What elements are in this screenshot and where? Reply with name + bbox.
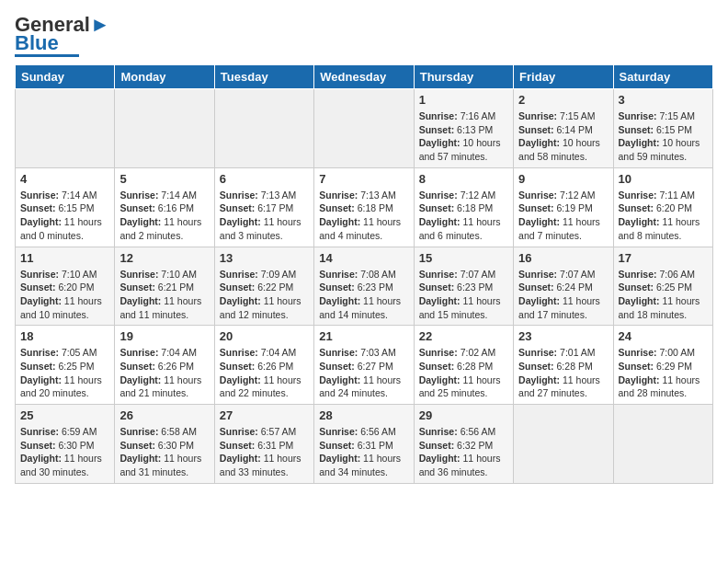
cell-content: Sunrise: 7:05 AMSunset: 6:25 PMDaylight:… xyxy=(20,346,109,400)
calendar-cell xyxy=(214,89,313,168)
day-number: 22 xyxy=(419,329,508,343)
logo-blue: ► xyxy=(90,13,110,36)
calendar-cell: 21Sunrise: 7:03 AMSunset: 6:27 PMDayligh… xyxy=(314,326,414,405)
calendar-cell: 16Sunrise: 7:07 AMSunset: 6:24 PMDayligh… xyxy=(514,247,613,326)
cell-content: Sunrise: 7:15 AMSunset: 6:14 PMDaylight:… xyxy=(518,109,608,164)
logo-line xyxy=(15,54,79,57)
day-number: 12 xyxy=(119,251,209,265)
day-number: 27 xyxy=(220,408,309,422)
calendar-cell: 5Sunrise: 7:14 AMSunset: 6:16 PMDaylight… xyxy=(115,167,214,247)
day-header-saturday: Saturday xyxy=(613,65,712,89)
cell-content: Sunrise: 7:12 AMSunset: 6:18 PMDaylight:… xyxy=(419,189,508,243)
day-number: 9 xyxy=(518,172,608,186)
logo: General► Blue xyxy=(15,15,110,57)
day-header-wednesday: Wednesday xyxy=(314,65,414,89)
day-number: 13 xyxy=(220,251,309,265)
day-number: 28 xyxy=(319,408,408,422)
day-number: 3 xyxy=(619,93,708,107)
cell-content: Sunrise: 7:06 AMSunset: 6:25 PMDaylight:… xyxy=(619,268,708,322)
calendar-cell xyxy=(115,89,214,168)
cell-content: Sunrise: 7:00 AMSunset: 6:29 PMDaylight:… xyxy=(619,346,708,400)
calendar-week-row: 11Sunrise: 7:10 AMSunset: 6:20 PMDayligh… xyxy=(16,247,713,326)
calendar-cell: 23Sunrise: 7:01 AMSunset: 6:28 PMDayligh… xyxy=(514,326,613,405)
day-number: 6 xyxy=(220,172,309,186)
day-number: 7 xyxy=(319,172,408,186)
day-number: 11 xyxy=(20,251,109,265)
calendar-cell: 11Sunrise: 7:10 AMSunset: 6:20 PMDayligh… xyxy=(16,247,115,326)
page-header: General► Blue xyxy=(15,15,713,57)
day-number: 5 xyxy=(119,172,209,186)
calendar-cell xyxy=(514,405,613,484)
calendar-cell: 3Sunrise: 7:15 AMSunset: 6:15 PMDaylight… xyxy=(613,89,712,168)
day-number: 21 xyxy=(319,329,408,343)
day-header-thursday: Thursday xyxy=(414,65,513,89)
calendar-cell: 2Sunrise: 7:15 AMSunset: 6:14 PMDaylight… xyxy=(514,89,613,168)
day-number: 19 xyxy=(119,329,209,343)
calendar-week-row: 1Sunrise: 7:16 AMSunset: 6:13 PMDaylight… xyxy=(16,89,713,168)
calendar-cell: 19Sunrise: 7:04 AMSunset: 6:26 PMDayligh… xyxy=(115,326,214,405)
calendar-table: SundayMondayTuesdayWednesdayThursdayFrid… xyxy=(15,64,713,484)
calendar-cell: 7Sunrise: 7:13 AMSunset: 6:18 PMDaylight… xyxy=(314,167,414,247)
calendar-cell: 8Sunrise: 7:12 AMSunset: 6:18 PMDaylight… xyxy=(414,167,513,247)
calendar-cell: 27Sunrise: 6:57 AMSunset: 6:31 PMDayligh… xyxy=(214,405,313,484)
calendar-cell: 13Sunrise: 7:09 AMSunset: 6:22 PMDayligh… xyxy=(214,247,313,326)
cell-content: Sunrise: 6:56 AMSunset: 6:32 PMDaylight:… xyxy=(419,425,508,479)
calendar-cell: 15Sunrise: 7:07 AMSunset: 6:23 PMDayligh… xyxy=(414,247,513,326)
cell-content: Sunrise: 6:59 AMSunset: 6:30 PMDaylight:… xyxy=(20,425,109,479)
day-number: 25 xyxy=(20,408,109,422)
day-header-tuesday: Tuesday xyxy=(214,65,313,89)
cell-content: Sunrise: 7:07 AMSunset: 6:23 PMDaylight:… xyxy=(419,268,508,322)
cell-content: Sunrise: 7:10 AMSunset: 6:20 PMDaylight:… xyxy=(20,268,109,322)
day-number: 1 xyxy=(419,93,508,107)
day-header-sunday: Sunday xyxy=(16,65,115,89)
calendar-cell: 6Sunrise: 7:13 AMSunset: 6:17 PMDaylight… xyxy=(214,167,313,247)
day-header-monday: Monday xyxy=(115,65,214,89)
calendar-cell: 22Sunrise: 7:02 AMSunset: 6:28 PMDayligh… xyxy=(414,326,513,405)
cell-content: Sunrise: 7:12 AMSunset: 6:19 PMDaylight:… xyxy=(518,189,608,243)
cell-content: Sunrise: 7:13 AMSunset: 6:17 PMDaylight:… xyxy=(220,189,309,243)
day-number: 15 xyxy=(419,251,508,265)
calendar-cell: 12Sunrise: 7:10 AMSunset: 6:21 PMDayligh… xyxy=(115,247,214,326)
day-number: 20 xyxy=(220,329,309,343)
cell-content: Sunrise: 7:11 AMSunset: 6:20 PMDaylight:… xyxy=(619,189,708,243)
calendar-cell: 26Sunrise: 6:58 AMSunset: 6:30 PMDayligh… xyxy=(115,405,214,484)
day-number: 18 xyxy=(20,329,109,343)
cell-content: Sunrise: 7:04 AMSunset: 6:26 PMDaylight:… xyxy=(119,346,209,400)
cell-content: Sunrise: 7:15 AMSunset: 6:15 PMDaylight:… xyxy=(619,109,708,164)
cell-content: Sunrise: 6:57 AMSunset: 6:31 PMDaylight:… xyxy=(220,425,309,479)
day-number: 2 xyxy=(518,93,608,107)
cell-content: Sunrise: 7:01 AMSunset: 6:28 PMDaylight:… xyxy=(518,346,608,400)
cell-content: Sunrise: 7:16 AMSunset: 6:13 PMDaylight:… xyxy=(419,109,508,164)
calendar-cell: 10Sunrise: 7:11 AMSunset: 6:20 PMDayligh… xyxy=(613,167,712,247)
day-number: 26 xyxy=(119,408,209,422)
calendar-cell: 28Sunrise: 6:56 AMSunset: 6:31 PMDayligh… xyxy=(314,405,414,484)
cell-content: Sunrise: 6:58 AMSunset: 6:30 PMDaylight:… xyxy=(119,425,209,479)
calendar-week-row: 4Sunrise: 7:14 AMSunset: 6:15 PMDaylight… xyxy=(16,167,713,247)
cell-content: Sunrise: 7:13 AMSunset: 6:18 PMDaylight:… xyxy=(319,189,408,243)
calendar-header-row: SundayMondayTuesdayWednesdayThursdayFrid… xyxy=(16,65,713,89)
day-number: 4 xyxy=(20,172,109,186)
cell-content: Sunrise: 7:09 AMSunset: 6:22 PMDaylight:… xyxy=(220,268,309,322)
day-number: 17 xyxy=(619,251,708,265)
day-number: 8 xyxy=(419,172,508,186)
calendar-cell xyxy=(16,89,115,168)
day-number: 29 xyxy=(419,408,508,422)
cell-content: Sunrise: 7:02 AMSunset: 6:28 PMDaylight:… xyxy=(419,346,508,400)
calendar-cell: 1Sunrise: 7:16 AMSunset: 6:13 PMDaylight… xyxy=(414,89,513,168)
cell-content: Sunrise: 7:03 AMSunset: 6:27 PMDaylight:… xyxy=(319,346,408,400)
calendar-week-row: 25Sunrise: 6:59 AMSunset: 6:30 PMDayligh… xyxy=(16,405,713,484)
cell-content: Sunrise: 7:14 AMSunset: 6:16 PMDaylight:… xyxy=(119,189,209,243)
cell-content: Sunrise: 6:56 AMSunset: 6:31 PMDaylight:… xyxy=(319,425,408,479)
day-header-friday: Friday xyxy=(514,65,613,89)
day-number: 10 xyxy=(619,172,708,186)
calendar-cell: 29Sunrise: 6:56 AMSunset: 6:32 PMDayligh… xyxy=(414,405,513,484)
day-number: 16 xyxy=(518,251,608,265)
calendar-cell: 20Sunrise: 7:04 AMSunset: 6:26 PMDayligh… xyxy=(214,326,313,405)
calendar-cell: 18Sunrise: 7:05 AMSunset: 6:25 PMDayligh… xyxy=(16,326,115,405)
day-number: 14 xyxy=(319,251,408,265)
cell-content: Sunrise: 7:10 AMSunset: 6:21 PMDaylight:… xyxy=(119,268,209,322)
cell-content: Sunrise: 7:14 AMSunset: 6:15 PMDaylight:… xyxy=(20,189,109,243)
calendar-cell: 14Sunrise: 7:08 AMSunset: 6:23 PMDayligh… xyxy=(314,247,414,326)
calendar-week-row: 18Sunrise: 7:05 AMSunset: 6:25 PMDayligh… xyxy=(16,326,713,405)
cell-content: Sunrise: 7:08 AMSunset: 6:23 PMDaylight:… xyxy=(319,268,408,322)
